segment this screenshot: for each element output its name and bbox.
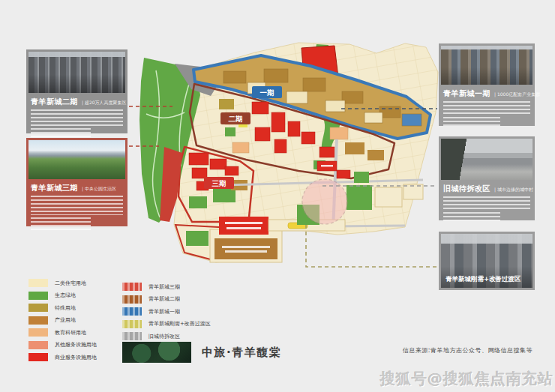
info-card-transition: 青羊新城刚需+改善过渡区 bbox=[439, 232, 535, 290]
phase1-label: 一期 bbox=[252, 86, 282, 98]
watermark: 搜狐号@搜狐焦点南充站 bbox=[380, 369, 554, 389]
brand-logo-text: 中旅·青羊馥棠 bbox=[202, 346, 281, 360]
legend-swatch bbox=[122, 307, 142, 316]
legend-label: 青羊新城一期 bbox=[148, 308, 180, 316]
phase1-photo bbox=[441, 46, 532, 85]
legend-swatch bbox=[122, 283, 142, 291]
legend-swatch bbox=[122, 295, 142, 304]
card-title: 青羊新城一期 bbox=[443, 88, 490, 99]
legend-swatch bbox=[28, 353, 48, 361]
legend-label: 生态绿地 bbox=[55, 292, 76, 299]
legend-swatch bbox=[28, 316, 48, 325]
svg-text:三期: 三期 bbox=[212, 179, 226, 187]
svg-text:二期: 二期 bbox=[229, 115, 243, 123]
legend-item: 青羊新城三期 bbox=[122, 283, 211, 291]
card-title: 青羊新城三期 bbox=[31, 183, 78, 193]
brand-logo: 中旅·青羊馥棠 bbox=[122, 342, 281, 363]
card-tag: | 中央公园生活区 bbox=[82, 186, 116, 193]
legend-label: 特殊用地 bbox=[55, 304, 76, 312]
card-body-placeholder bbox=[443, 196, 530, 210]
phase3-photo bbox=[28, 140, 125, 179]
legend-swatch bbox=[122, 320, 142, 328]
legend-swatch bbox=[122, 332, 142, 340]
phase2-photo bbox=[28, 52, 125, 93]
card-body-placeholder bbox=[443, 101, 530, 115]
phase2-label: 二期 bbox=[220, 112, 250, 124]
legend-item: 教育科研用地 bbox=[28, 328, 97, 337]
legend-label: 商业服务设施用地 bbox=[55, 354, 97, 361]
info-card-phase2: 青羊新城二期 | 超20万人高度聚集区 bbox=[26, 49, 128, 133]
legend-label: 青羊新城刚需+改善过渡区 bbox=[148, 320, 211, 328]
poster-background: 一期 二期 三期 青羊新城二期 | 超20万人高度聚集区 bbox=[0, 0, 555, 392]
legend-label: 教育科研用地 bbox=[55, 329, 86, 337]
legend-item: 其他服务设施用地 bbox=[28, 341, 97, 349]
legend-label: 青羊新城二期 bbox=[148, 295, 180, 303]
card-tag: | 超20万人高度聚集区 bbox=[82, 100, 127, 106]
legend-item: 特殊用地 bbox=[28, 304, 97, 312]
info-card-oldtown: 旧城待拆改区 | 城市边缘的城中村 bbox=[439, 136, 535, 220]
card-body-placeholder bbox=[31, 109, 123, 126]
info-card-phase1: 青羊新城一期 | 1000亿配套产业集群 bbox=[439, 43, 535, 126]
card-tag: | 1000亿配套产业集群 bbox=[494, 91, 540, 98]
card-title: 旧城待拆改区 bbox=[443, 184, 490, 194]
card-body-placeholder bbox=[31, 128, 91, 137]
info-card-phase3: 青羊新城三期 | 中央公园生活区 bbox=[26, 138, 128, 226]
legend-item: 青羊新城刚需+改善过渡区 bbox=[122, 320, 211, 328]
oldtown-photo bbox=[441, 139, 532, 180]
transition-photo: 青羊新城刚需+改善过渡区 bbox=[441, 234, 532, 288]
legend-label: 青羊新城三期 bbox=[148, 283, 180, 291]
card-body-placeholder bbox=[31, 196, 123, 215]
legend-item: 商业服务设施用地 bbox=[28, 353, 97, 361]
phase3-label: 三期 bbox=[204, 177, 234, 189]
legend-item: 产业用地 bbox=[28, 316, 97, 325]
legend-label: 旧城待拆改区 bbox=[148, 333, 180, 340]
legend-label: 二类住宅用地 bbox=[55, 280, 86, 287]
legend-label: 其他服务设施用地 bbox=[55, 341, 97, 349]
card-title: 青羊新城二期 bbox=[31, 97, 78, 107]
card-body-placeholder bbox=[31, 217, 91, 230]
source-note: 信息来源:青羊地方志公众号、网络信息搜集等 bbox=[403, 346, 532, 355]
card-title: 青羊新城刚需+改善过渡区 bbox=[446, 275, 521, 284]
legend-phases: 青羊新城三期 青羊新城二期 青羊新城一期 青羊新城刚需+改善过渡区 旧城待拆改区 bbox=[122, 283, 211, 340]
legend-swatch bbox=[28, 279, 48, 287]
legend-swatch bbox=[28, 292, 48, 300]
legend-item: 青羊新城二期 bbox=[122, 295, 211, 304]
card-tag: | 城市边缘的城中村 bbox=[494, 187, 533, 193]
legend-label: 产业用地 bbox=[55, 316, 76, 324]
legend-swatch bbox=[28, 304, 48, 312]
legend-item: 生态绿地 bbox=[28, 292, 97, 300]
svg-text:一期: 一期 bbox=[260, 88, 274, 97]
card-body-placeholder bbox=[443, 212, 500, 222]
legend-swatch bbox=[28, 341, 48, 349]
card-body-placeholder bbox=[443, 117, 500, 127]
legend-item: 青羊新城一期 bbox=[122, 307, 211, 316]
legend-item: 旧城待拆改区 bbox=[122, 332, 211, 340]
legend-swatch bbox=[28, 328, 48, 337]
brand-logo-image bbox=[122, 342, 191, 363]
legend-item: 二类住宅用地 bbox=[28, 279, 97, 287]
legend-land-use: 二类住宅用地 生态绿地 特殊用地 产业用地 教育科研用地 其他服务设施用地 商业… bbox=[28, 279, 97, 361]
